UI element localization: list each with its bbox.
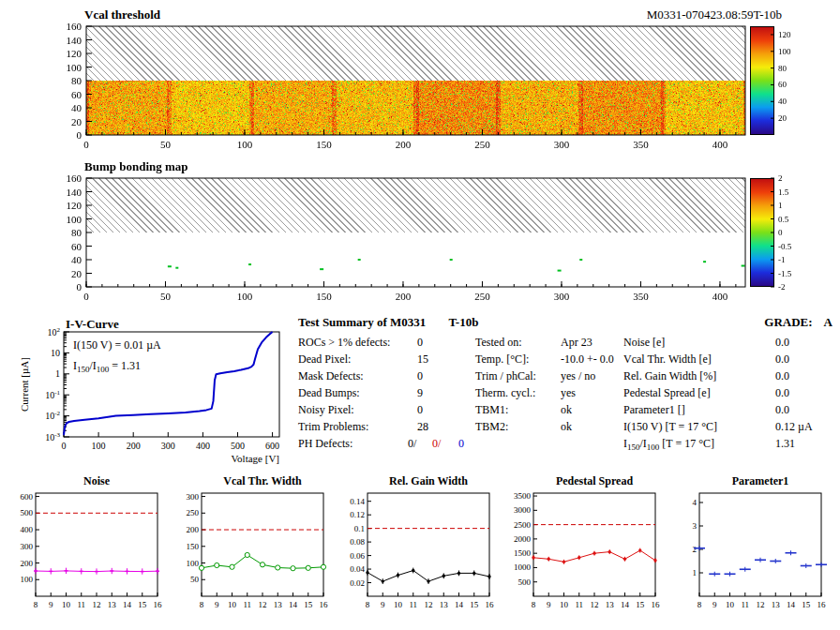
svg-text:10-1: 10-1 bbox=[45, 389, 60, 400]
svg-text:9: 9 bbox=[49, 600, 53, 609]
svg-text:400: 400 bbox=[712, 139, 728, 150]
svg-text:13: 13 bbox=[772, 600, 781, 609]
parameter1-plot: 89101112131415161234 bbox=[664, 489, 829, 630]
svg-text:100: 100 bbox=[67, 62, 82, 73]
svg-text:14: 14 bbox=[289, 600, 298, 609]
svg-text:80: 80 bbox=[778, 64, 788, 73]
summary-label: PH Defects: bbox=[298, 437, 352, 450]
svg-text:1: 1 bbox=[55, 368, 60, 379]
svg-text:-2: -2 bbox=[778, 282, 786, 292]
svg-text:350: 350 bbox=[633, 139, 649, 150]
svg-text:250: 250 bbox=[187, 508, 200, 518]
svg-text:400: 400 bbox=[712, 291, 728, 302]
svg-text:80: 80 bbox=[71, 227, 82, 238]
summary-label: Dead Pixel: bbox=[298, 352, 351, 366]
summary-label: Parameter1 [] bbox=[623, 403, 685, 416]
summary-label: Tested on: bbox=[475, 336, 521, 349]
svg-text:80: 80 bbox=[71, 75, 82, 86]
summary-label: Vcal Thr. Width [e] bbox=[623, 352, 712, 366]
svg-text:50: 50 bbox=[160, 139, 172, 150]
pedestal-plot: 8910111213141516500100015002000250030003… bbox=[498, 489, 663, 630]
summary-label: Mask Defects: bbox=[298, 369, 364, 382]
summary-value: 1.31 bbox=[775, 437, 795, 450]
svg-text:2: 2 bbox=[693, 545, 698, 554]
svg-text:12: 12 bbox=[425, 600, 433, 609]
pedestal-plot-panel: Pedestal Spread 891011121314151650010001… bbox=[498, 472, 663, 630]
summary-label: Trim Problems: bbox=[298, 420, 368, 433]
svg-text:3000: 3000 bbox=[514, 505, 532, 515]
ph-defects-blue: 0 bbox=[458, 437, 464, 450]
svg-text:0.08: 0.08 bbox=[350, 537, 365, 547]
svg-text:15: 15 bbox=[138, 600, 147, 609]
vcal-threshold-panel: Vcal threshold M0331-070423.08:59T-10b 0… bbox=[0, 0, 840, 152]
svg-text:300: 300 bbox=[554, 291, 570, 302]
rel-gain-plot-title: Rel. Gain Width bbox=[368, 474, 489, 488]
svg-text:200: 200 bbox=[396, 139, 412, 150]
svg-text:16: 16 bbox=[652, 600, 661, 609]
bump-bonding-panel: Bump bonding map 05010015020025030035040… bbox=[0, 152, 840, 304]
summary-value: 28 bbox=[417, 420, 428, 433]
svg-text:60: 60 bbox=[778, 80, 788, 89]
vcal-width-plot: 891011121314151650100150200250300 bbox=[166, 489, 331, 630]
summary-value: 0 bbox=[417, 369, 423, 382]
svg-text:0: 0 bbox=[778, 228, 783, 237]
svg-text:0: 0 bbox=[77, 281, 82, 292]
svg-text:2000: 2000 bbox=[514, 534, 532, 544]
svg-text:8: 8 bbox=[698, 600, 702, 609]
summary-value: 0.0 bbox=[775, 369, 789, 382]
svg-text:0: 0 bbox=[83, 291, 89, 302]
svg-text:10: 10 bbox=[394, 600, 403, 609]
svg-text:10: 10 bbox=[62, 600, 71, 609]
summary-label: I150/I100 [T = 17 °C] bbox=[623, 437, 714, 454]
summary-value: yes / no bbox=[561, 369, 595, 382]
svg-text:500: 500 bbox=[21, 508, 34, 518]
svg-text:200: 200 bbox=[187, 525, 200, 534]
svg-text:60: 60 bbox=[71, 89, 82, 100]
svg-text:9: 9 bbox=[712, 600, 717, 609]
svg-text:160: 160 bbox=[67, 21, 82, 32]
summary-value: ok bbox=[561, 420, 572, 433]
summary-value: 0.0 bbox=[775, 336, 789, 349]
svg-text:150: 150 bbox=[316, 291, 332, 302]
svg-text:12: 12 bbox=[591, 600, 599, 609]
svg-text:100: 100 bbox=[21, 575, 34, 584]
svg-text:13: 13 bbox=[108, 600, 117, 609]
svg-text:150: 150 bbox=[187, 542, 200, 551]
summary-value: yes bbox=[561, 386, 576, 399]
svg-text:300: 300 bbox=[21, 542, 34, 551]
svg-text:140: 140 bbox=[67, 35, 82, 46]
svg-text:200: 200 bbox=[21, 559, 34, 568]
svg-text:Current [µA]: Current [µA] bbox=[19, 357, 30, 412]
svg-text:0: 0 bbox=[83, 139, 89, 150]
vcal-width-plot-panel: Vcal Thr. Width 891011121314151650100150… bbox=[166, 472, 331, 630]
vcal-width-plot-title: Vcal Thr. Width bbox=[202, 474, 323, 488]
summary-value: ok bbox=[561, 403, 572, 416]
svg-text:15: 15 bbox=[470, 600, 479, 609]
svg-text:350: 350 bbox=[633, 291, 649, 302]
summary-value: 0.0 bbox=[775, 352, 789, 366]
svg-text:12: 12 bbox=[259, 600, 267, 609]
svg-text:11: 11 bbox=[575, 600, 583, 609]
svg-text:8: 8 bbox=[34, 600, 38, 609]
svg-text:13: 13 bbox=[274, 600, 283, 609]
svg-text:4: 4 bbox=[693, 498, 698, 507]
svg-text:40: 40 bbox=[71, 102, 82, 113]
svg-text:1500: 1500 bbox=[514, 548, 532, 558]
svg-text:100: 100 bbox=[67, 214, 82, 225]
svg-text:-1.5: -1.5 bbox=[778, 269, 792, 278]
svg-text:200: 200 bbox=[127, 441, 141, 451]
svg-text:102: 102 bbox=[48, 326, 61, 338]
summary-label: Therm. cycl.: bbox=[475, 386, 535, 399]
svg-text:0.06: 0.06 bbox=[350, 551, 365, 561]
summary-value: -10.0 +- 0.0 bbox=[561, 352, 614, 366]
svg-text:250: 250 bbox=[474, 139, 490, 150]
summary-label: Noise [e] bbox=[623, 336, 665, 349]
svg-text:120: 120 bbox=[67, 200, 82, 211]
svg-text:500: 500 bbox=[231, 441, 245, 451]
svg-text:120: 120 bbox=[67, 48, 82, 59]
summary-value: 0 bbox=[417, 336, 423, 349]
vcal-axes: 0501001502002503003504000204060801001201… bbox=[0, 0, 840, 152]
summary-value: 9 bbox=[417, 386, 423, 399]
svg-text:0.04: 0.04 bbox=[350, 564, 365, 574]
svg-text:11: 11 bbox=[243, 600, 251, 609]
